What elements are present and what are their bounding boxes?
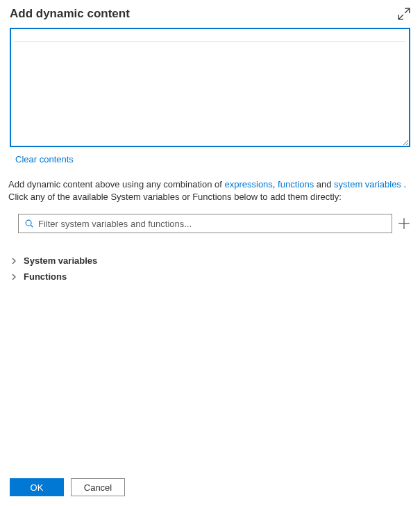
svg-line-1: [398, 15, 403, 19]
chevron-right-icon: [10, 273, 18, 281]
dialog-header: Add dynamic content: [0, 0, 420, 26]
tree-item-functions[interactable]: Functions: [10, 269, 410, 285]
tree-item-system-variables[interactable]: System variables: [10, 253, 410, 269]
cancel-button[interactable]: Cancel: [71, 478, 125, 496]
clear-contents-link[interactable]: Clear contents: [15, 154, 74, 165]
hint-comma: ,: [273, 179, 278, 189]
functions-link[interactable]: functions: [278, 179, 314, 189]
ok-button[interactable]: OK: [10, 478, 64, 496]
hint-text: Add dynamic content above using any comb…: [8, 178, 410, 203]
svg-line-3: [31, 225, 33, 227]
expression-editor[interactable]: [10, 28, 410, 147]
dialog-title: Add dynamic content: [10, 7, 130, 21]
plus-icon[interactable]: [398, 217, 410, 230]
hint-prefix: Add dynamic content above using any comb…: [8, 179, 224, 189]
chevron-right-icon: [10, 257, 18, 265]
tree-label-system-variables: System variables: [24, 255, 97, 266]
hint-middle: and: [314, 179, 334, 189]
expand-icon[interactable]: [398, 8, 410, 20]
editor-area: Clear contents: [10, 28, 410, 165]
svg-line-0: [405, 8, 410, 13]
expressions-link[interactable]: expressions: [224, 179, 272, 189]
filter-input[interactable]: [38, 214, 392, 233]
search-box[interactable]: [18, 214, 392, 233]
system-variables-link[interactable]: system variables: [334, 179, 401, 189]
tree: System variables Functions: [10, 253, 410, 285]
footer: OK Cancel: [10, 478, 125, 496]
search-row: [18, 214, 410, 233]
editor-line: [14, 32, 406, 42]
tree-label-functions: Functions: [24, 271, 67, 282]
svg-point-2: [26, 220, 31, 226]
search-icon: [24, 219, 34, 228]
